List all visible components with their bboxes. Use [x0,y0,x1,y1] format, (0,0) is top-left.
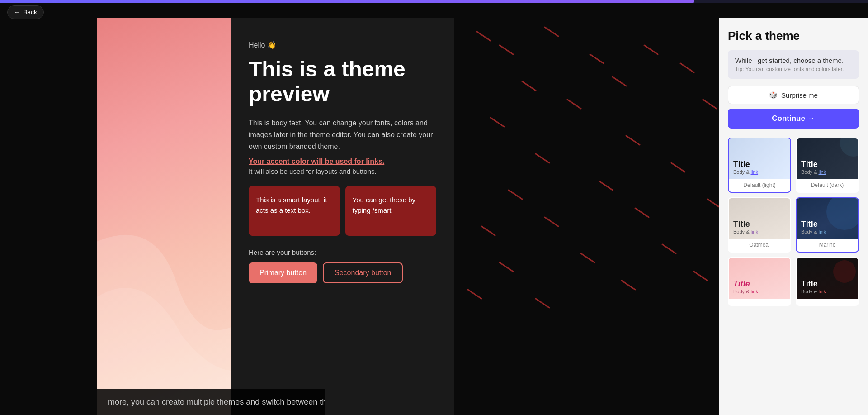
svg-line-17 [545,217,558,226]
left-panel [97,18,231,415]
theme-link-marine: link [819,229,826,234]
svg-line-1 [500,45,513,54]
theme-link-default-light: link [751,169,759,175]
theme-preview-marine: Title Body & link [797,198,858,239]
progress-bar-fill [0,0,694,3]
smart-boxes: This is a smart layout: it acts as a tex… [249,186,436,236]
svg-line-4 [522,81,536,91]
svg-line-16 [481,226,495,235]
buttons-row: Primary button Secondary button [249,262,436,283]
hello-text: Hello 👋 [249,41,436,49]
surprise-label: Surprise me [781,91,818,99]
svg-line-3 [590,54,604,63]
buttons-label: Here are your buttons: [249,248,436,256]
smart-box-2-text: You can get these by typing /smart [353,196,416,214]
theme-preview-oatmeal: Title Body & link [729,198,790,239]
theme-preview-darkred: Title Body & link [797,258,858,299]
theme-label-default-light: Default (light) [729,179,790,192]
svg-line-20 [500,262,513,272]
smart-box-2: You can get these by typing /smart [345,186,437,236]
main-heading: This is a theme preview [249,57,436,106]
svg-line-21 [581,253,594,262]
theme-card-default-light[interactable]: Title Body & link Default (light) [728,138,791,193]
theme-body-darkred: Body & link [801,289,854,294]
accent-link[interactable]: Your accent color will be used for links… [249,157,436,166]
svg-line-6 [491,118,504,127]
bottom-strip: more, you can create multiple themes and… [97,389,326,415]
theme-title-default-dark: Title [801,160,854,169]
sub-text: It will also be used for layouts and but… [249,167,436,175]
theme-preview-default-light: Title Body & link [729,138,790,179]
continue-label: Continue → [772,114,815,123]
smart-box-1-text: This is a smart layout: it acts as a tex… [256,196,327,214]
theme-link-darkred: link [819,289,826,294]
theme-label-default-dark: Default (dark) [797,179,858,192]
theme-title-oatmeal: Title [733,219,786,229]
svg-line-11 [626,136,640,145]
theme-link-default-dark: link [819,169,826,175]
theme-body-oatmeal: Body & link [733,229,786,234]
theme-card-default-dark[interactable]: Title Body & link Default (dark) [796,138,859,193]
svg-line-18 [635,208,649,217]
theme-link-oatmeal: link [751,229,759,234]
theme-grid: Title Body & link Default (light) Title … [728,138,859,306]
svg-line-9 [680,63,694,72]
svg-line-26 [694,272,708,281]
continue-button[interactable]: Continue → [728,109,859,129]
theme-title-rose: Title [733,279,786,289]
svg-line-19 [708,199,719,208]
theme-label-rose [729,299,790,305]
progress-bar [0,0,868,3]
svg-line-13 [509,190,522,199]
theme-body-rose: Body & link [733,289,786,294]
svg-line-23 [468,290,481,299]
panel-title: Pick a theme [728,29,859,43]
svg-line-10 [536,154,549,163]
theme-preview-rose: Title Body & link [729,258,790,299]
primary-button[interactable]: Primary button [249,262,317,283]
surprise-button[interactable]: 🎲 Surprise me [728,86,859,104]
theme-card-rose[interactable]: Title Body & link [728,257,791,306]
right-panel: Pick a theme While I get started, choose… [719,18,868,415]
back-icon: ← [14,9,20,16]
svg-line-24 [536,299,549,308]
svg-line-14 [599,181,613,190]
svg-line-8 [644,45,658,54]
theme-label-marine: Marine [797,239,858,252]
back-label: Back [23,9,37,16]
svg-line-25 [622,281,635,290]
svg-line-22 [662,244,676,253]
theme-label-oatmeal: Oatmeal [729,239,790,252]
theme-label-darkred [797,299,858,305]
theme-card-oatmeal[interactable]: Title Body & link Oatmeal [728,197,791,253]
info-tip: Tip: You can customize fonts and colors … [735,66,852,72]
svg-line-7 [613,77,626,86]
svg-line-15 [671,163,685,172]
svg-line-5 [567,100,581,109]
svg-line-2 [545,27,558,36]
deco-dashes-svg: .dash { stroke: #cc3333; stroke-width: 3… [454,18,719,415]
back-button[interactable]: ← Back [7,5,44,19]
theme-title-default-light: Title [733,160,786,169]
wave-decoration [97,97,231,415]
svg-line-12 [703,100,717,109]
info-main: While I get started, choose a theme. [735,57,852,64]
right-dark-overlay: .dash { stroke: #cc3333; stroke-width: 3… [454,18,719,415]
theme-preview-default-dark: Title Body & link [797,138,858,179]
theme-body-default-light: Body & link [733,169,786,175]
smart-box-1: This is a smart layout: it acts as a tex… [249,186,340,236]
center-panel: Hello 👋 This is a theme preview This is … [231,18,454,415]
secondary-button[interactable]: Secondary button [323,262,403,283]
body-description: This is body text. You can change your f… [249,117,436,152]
info-box: While I get started, choose a theme. Tip… [728,50,859,79]
theme-body-default-dark: Body & link [801,169,854,175]
theme-link-rose: link [751,289,759,294]
svg-line-0 [477,32,491,41]
theme-card-marine[interactable]: Title Body & link Marine [796,197,859,253]
theme-card-darkred[interactable]: Title Body & link [796,257,859,306]
surprise-icon: 🎲 [769,91,778,99]
